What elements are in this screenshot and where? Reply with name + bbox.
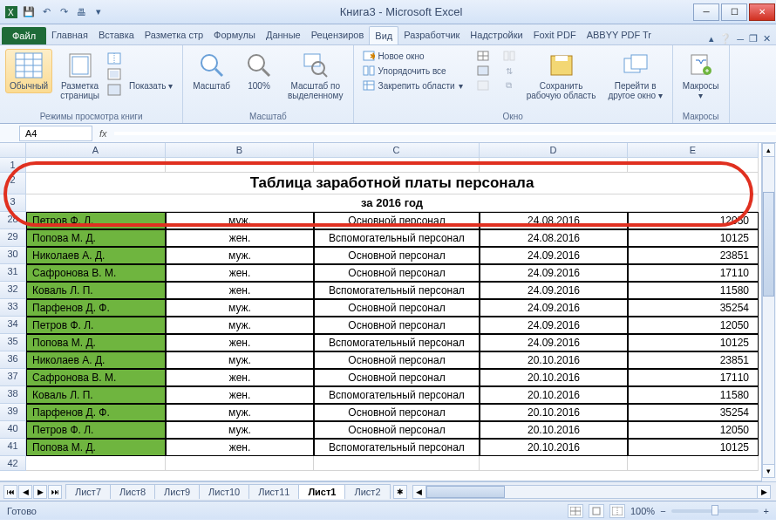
cell-value[interactable]: 17110 (628, 369, 759, 386)
cell-sex[interactable]: муж. (166, 212, 314, 229)
cell-name[interactable]: Николаев А. Д. (26, 247, 166, 264)
cell-name[interactable]: Петров Ф. Л. (26, 317, 166, 334)
row-header-31[interactable]: 31 (0, 264, 26, 282)
row-header-28[interactable]: 28 (0, 212, 26, 229)
minimize-ribbon-icon[interactable]: ▴ (709, 33, 714, 44)
print-icon[interactable]: 🖶 (73, 4, 89, 20)
mdi-restore-icon[interactable]: ❐ (749, 33, 758, 44)
zoom-slider[interactable] (671, 509, 759, 513)
cell-sex[interactable]: муж. (166, 299, 314, 317)
col-header-E[interactable]: E (628, 143, 759, 158)
cell-sex[interactable]: муж. (166, 351, 314, 369)
cell-date[interactable]: 20.10.2016 (480, 404, 628, 421)
cell-sex[interactable]: муж. (166, 404, 314, 421)
cell-category[interactable]: Вспомогательный персонал (314, 386, 480, 404)
col-header-C[interactable]: C (314, 143, 480, 158)
zoom-selection-button[interactable]: Масштаб по выделенному (283, 49, 348, 103)
cell-sex[interactable]: жен. (166, 439, 314, 456)
cell-sex[interactable]: жен. (166, 369, 314, 386)
tab-данные[interactable]: Данные (261, 26, 306, 44)
zoom-button[interactable]: Масштаб (188, 49, 235, 93)
tab-надстройки[interactable]: Надстройки (465, 26, 528, 44)
custom-views-icon[interactable] (107, 68, 121, 80)
cell-value[interactable]: 35254 (628, 299, 759, 317)
vertical-scrollbar[interactable]: ▴ ▾ (761, 143, 776, 481)
cell-date[interactable]: 20.10.2016 (480, 386, 628, 404)
row-header-29[interactable]: 29 (0, 229, 26, 247)
cell-value[interactable]: 23851 (628, 351, 759, 369)
excel-icon[interactable]: X (3, 4, 19, 20)
row-header-32[interactable]: 32 (0, 282, 26, 299)
show-button[interactable]: Показать ▾ (125, 49, 177, 93)
cell[interactable] (628, 456, 759, 471)
sheet-tab-Лист7[interactable]: Лист7 (65, 484, 111, 499)
pagebreak-preview-icon[interactable] (107, 52, 121, 65)
cell-sex[interactable]: жен. (166, 282, 314, 299)
cell-value[interactable]: 12050 (628, 317, 759, 334)
tab-вставка[interactable]: Вставка (93, 26, 140, 44)
hide-button[interactable] (473, 64, 493, 78)
cell-value[interactable]: 17110 (628, 264, 759, 282)
cell-category[interactable]: Основной персонал (314, 299, 480, 317)
minimize-button[interactable]: ─ (693, 3, 719, 21)
help-icon[interactable]: ❔ (719, 33, 732, 44)
new-sheet-button[interactable]: ✱ (393, 485, 407, 499)
cell-sex[interactable]: жен. (166, 264, 314, 282)
cell-date[interactable]: 24.09.2016 (480, 264, 628, 282)
pagebreak-view-btn[interactable] (609, 504, 625, 518)
tab-abbyy pdf tr[interactable]: ABBYY PDF Tr (582, 26, 657, 44)
tab-разработчик[interactable]: Разработчик (398, 26, 465, 44)
cell-category[interactable]: Основной персонал (314, 264, 480, 282)
freeze-panes-button[interactable]: Закрепить области ▾ (359, 78, 466, 92)
cell[interactable] (628, 158, 759, 173)
select-all-corner[interactable] (0, 143, 26, 158)
sheet-tab-Лист9[interactable]: Лист9 (154, 484, 200, 499)
sheet-nav-last[interactable]: ⏭ (48, 485, 62, 499)
cell-category[interactable]: Основной персонал (314, 369, 480, 386)
page-layout-view-btn[interactable] (589, 504, 604, 518)
cell-name[interactable]: Петров Ф. Л. (26, 212, 166, 229)
sheet-nav-prev[interactable]: ◀ (18, 485, 32, 499)
cell[interactable] (480, 158, 628, 173)
fullscreen-icon[interactable] (107, 84, 121, 96)
row-header-39[interactable]: 39 (0, 404, 26, 421)
cell-sex[interactable]: муж. (166, 421, 314, 439)
scroll-right-button[interactable]: ▶ (757, 485, 771, 499)
cell-name[interactable]: Попова М. Д. (26, 229, 166, 247)
tab-вид[interactable]: Вид (369, 26, 398, 44)
split-button[interactable] (473, 49, 493, 63)
cell-category[interactable]: Основной персонал (314, 317, 480, 334)
unhide-button[interactable] (473, 78, 493, 92)
cell-name[interactable]: Сафронова В. М. (26, 369, 166, 386)
cell-name[interactable]: Петров Ф. Л. (26, 421, 166, 439)
cell-date[interactable]: 20.10.2016 (480, 439, 628, 456)
cell[interactable] (480, 456, 628, 471)
cell-name[interactable]: Парфенов Д. Ф. (26, 404, 166, 421)
tab-формулы[interactable]: Формулы (208, 26, 261, 44)
col-header-D[interactable]: D (480, 143, 628, 158)
formula-input[interactable] (114, 132, 776, 135)
cell-value[interactable]: 12050 (628, 421, 759, 439)
macros-button[interactable]: Макросы▾ (678, 49, 724, 103)
zoom-thumb[interactable] (711, 505, 718, 515)
maximize-button[interactable]: ☐ (721, 3, 747, 21)
cell-category[interactable]: Основной персонал (314, 247, 480, 264)
cell[interactable] (26, 456, 166, 471)
cell-name[interactable]: Попова М. Д. (26, 334, 166, 351)
row-header-42[interactable]: 42 (0, 456, 26, 471)
row-header-2[interactable]: 2 (0, 173, 26, 194)
undo-icon[interactable]: ↶ (38, 4, 54, 20)
tab-главная[interactable]: Главная (46, 26, 93, 44)
file-tab[interactable]: Файл (2, 27, 46, 44)
cell-name[interactable]: Сафронова В. М. (26, 264, 166, 282)
view-side-by-side-button[interactable] (500, 49, 519, 63)
cell-category[interactable]: Вспомогательный персонал (314, 229, 480, 247)
tab-foxit pdf[interactable]: Foxit PDF (528, 26, 582, 44)
reset-position-button[interactable]: ⧉ (500, 78, 519, 92)
tab-разметка стр[interactable]: Разметка стр (140, 26, 208, 44)
cell-date[interactable]: 24.09.2016 (480, 282, 628, 299)
page-layout-button[interactable]: Разметка страницы (56, 49, 104, 103)
cell[interactable] (314, 158, 480, 173)
cell-value[interactable]: 12050 (628, 212, 759, 229)
mdi-close-icon[interactable]: ✕ (763, 33, 771, 44)
